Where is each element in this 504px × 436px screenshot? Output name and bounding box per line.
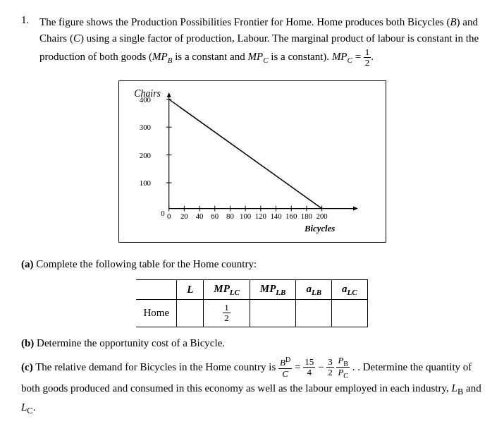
- problem-number: 1.: [21, 14, 34, 68]
- rel-demand-den: C: [281, 369, 290, 379]
- part-a-text-content: Complete the following table for the Hom…: [36, 258, 257, 270]
- LC-sub: C: [27, 406, 32, 416]
- part-c-label: (c): [21, 361, 33, 372]
- price-C-sub: C: [343, 372, 348, 380]
- home-L: [177, 300, 204, 327]
- rel-demand-sup: D: [285, 356, 290, 363]
- intro4-text: is a constant and: [172, 51, 247, 62]
- parts-section: (a) Complete the following table for the…: [21, 255, 483, 418]
- rel-demand-eq: =: [295, 361, 303, 372]
- part-c-frac2: 3 2: [326, 357, 334, 378]
- eq-sign: =: [352, 51, 364, 62]
- svg-text:60: 60: [211, 212, 219, 220]
- part-c-and: and: [466, 382, 481, 394]
- col-label-empty: [136, 280, 176, 300]
- rel-demand-frac: BD C: [278, 356, 292, 379]
- part-c-end-period: .: [33, 401, 36, 413]
- minus-sign: −: [318, 361, 326, 372]
- part-c-frac1: 15 4: [303, 357, 315, 378]
- svg-text:0: 0: [161, 209, 164, 217]
- part-b-row: (b) Determine the opportunity cost of a …: [21, 334, 483, 351]
- svg-marker-35: [166, 92, 171, 97]
- intro5-text: is a constant).: [268, 51, 331, 62]
- svg-line-37: [168, 99, 321, 209]
- svg-text:40: 40: [195, 212, 203, 220]
- home-MPLC: 1 2: [204, 300, 250, 327]
- home-MPLC-num: 1: [223, 303, 231, 313]
- table-row-home: Home 1 2: [136, 300, 367, 327]
- table-wrapper: L MPLC MPLB aLB aLC: [21, 279, 483, 327]
- MPL-C-label: MPC: [247, 51, 268, 62]
- svg-text:Bicycles: Bicycles: [303, 224, 334, 234]
- part-c-L-B: LB: [452, 382, 464, 394]
- B-var: B: [450, 16, 456, 28]
- rel-demand-num: BD: [278, 356, 292, 369]
- svg-text:100: 100: [139, 178, 150, 187]
- svg-text:300: 300: [139, 123, 150, 131]
- graph-box: Chairs Bicycles 400 300 200: [118, 80, 386, 243]
- table-header-row: L MPLC MPLB aLB aLC: [136, 280, 367, 300]
- part-a-label: (a): [21, 258, 34, 270]
- home-aLC: [331, 300, 367, 327]
- frac2-den: 2: [326, 368, 334, 377]
- svg-text:200: 200: [139, 151, 150, 159]
- col-aLB-header: aLB: [296, 280, 332, 300]
- home-MPLC-den: 2: [223, 313, 231, 323]
- period: .: [371, 51, 374, 62]
- price-den: PC: [336, 368, 350, 380]
- home-label: Home: [136, 300, 176, 327]
- svg-text:0: 0: [166, 212, 170, 220]
- home-aLB: [296, 300, 332, 327]
- home-MPLC-frac: 1 2: [223, 303, 231, 324]
- svg-text:80: 80: [226, 212, 234, 220]
- problem-item: 1. The figure shows the Production Possi…: [21, 14, 483, 68]
- part-b-text: Determine the opportunity cost of a Bicy…: [37, 337, 225, 349]
- svg-text:200: 200: [316, 212, 327, 220]
- eq-numerator: 1: [364, 47, 371, 58]
- graph-wrapper: Chairs Bicycles 400 300 200: [21, 80, 483, 243]
- svg-text:400: 400: [139, 95, 150, 104]
- svg-marker-36: [352, 207, 357, 211]
- home-MPLB: [250, 300, 296, 327]
- price-B-sub: B: [343, 359, 348, 367]
- eq-denominator: 2: [364, 58, 371, 68]
- col-L-header: L: [177, 280, 204, 300]
- price-frac: PB PC: [336, 356, 350, 380]
- intro-text: The figure shows the Production Possibil…: [39, 16, 450, 28]
- part-c-row: (c) The relative demand for Bicycles in …: [21, 356, 483, 418]
- svg-text:100: 100: [240, 212, 251, 220]
- MPL-B-label: MPB: [152, 51, 172, 62]
- col-aLC-header: aLC: [331, 280, 367, 300]
- svg-text:160: 160: [285, 212, 297, 220]
- col-MPLB-header: MPLB: [250, 280, 296, 300]
- MPL-C-eq-label: MPC: [332, 51, 352, 62]
- price-num: PB: [336, 356, 350, 368]
- svg-text:120: 120: [254, 212, 266, 220]
- part-c-text-before: The relative demand for Bicycles in the …: [35, 361, 276, 372]
- part-a-row: (a) Complete the following table for the…: [21, 255, 483, 272]
- problem-container: 1. The figure shows the Production Possi…: [21, 14, 483, 418]
- frac2-num: 3: [326, 357, 334, 368]
- frac1-den: 4: [305, 368, 313, 377]
- col-MPLC-header: MPLC: [204, 280, 250, 300]
- svg-text:140: 140: [270, 212, 281, 220]
- frac1-num: 15: [303, 357, 315, 368]
- problem-text: The figure shows the Production Possibil…: [39, 14, 483, 68]
- C-var: C: [73, 32, 80, 44]
- svg-text:180: 180: [300, 212, 312, 220]
- ppf-table: L MPLC MPLB aLB aLC: [136, 279, 367, 327]
- ppf-graph: Chairs Bicycles 400 300 200: [125, 87, 380, 236]
- LB-sub: B: [457, 387, 463, 396]
- eq-fraction: 12: [364, 47, 371, 68]
- part-b-label: (b): [21, 337, 34, 349]
- svg-text:20: 20: [180, 212, 188, 220]
